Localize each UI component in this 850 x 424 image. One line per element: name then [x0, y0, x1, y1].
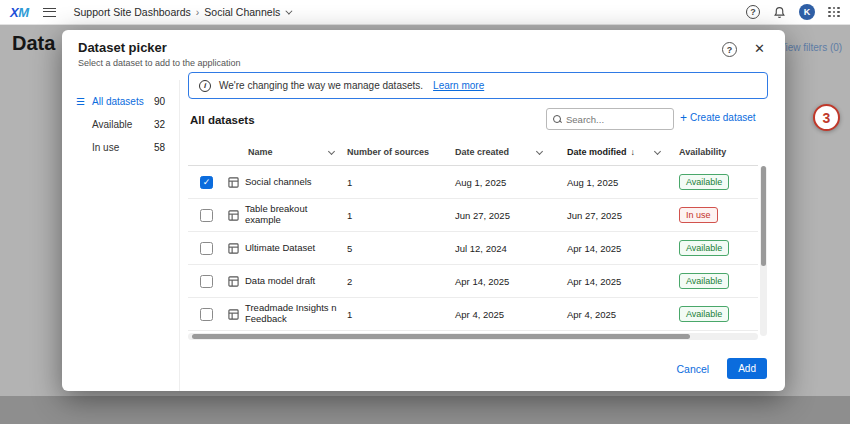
row-checkbox[interactable]: ✓	[200, 176, 213, 189]
user-avatar[interactable]: K	[799, 4, 815, 20]
sort-chevron-icon[interactable]	[654, 148, 661, 155]
dataset-icon	[228, 177, 239, 188]
table-body: ✓ Social channels 1 Aug 1, 2025 Aug 1, 2…	[188, 166, 758, 331]
page-content-dimmed	[0, 396, 850, 424]
notifications-bell-icon[interactable]	[773, 6, 786, 19]
modal-subtitle: Select a dataset to add to the applicati…	[78, 58, 241, 68]
row-checkbox[interactable]	[200, 275, 213, 288]
column-header-name[interactable]: Name	[228, 147, 340, 157]
sidebar-item-label: Available	[92, 119, 149, 130]
banner-text: We're changing the way we manage dataset…	[219, 80, 423, 91]
dataset-picker-modal: Dataset picker Select a dataset to add t…	[62, 30, 785, 391]
dataset-sources: 2	[340, 276, 450, 287]
app-window: XM Support Site Dashboards › Social Chan…	[0, 0, 850, 424]
sidebar-item[interactable]: ☰ All datasets 90	[62, 90, 179, 113]
section-title: All datasets	[190, 114, 255, 126]
cancel-button[interactable]: Cancel	[677, 363, 710, 375]
add-button[interactable]: Add	[727, 358, 767, 379]
xm-logo: XM	[10, 5, 29, 20]
dataset-icon	[228, 243, 239, 254]
dataset-date-modified: Apr 4, 2025	[562, 309, 674, 320]
sidebar-item[interactable]: In use 58	[62, 136, 179, 159]
sidebar-item-label: In use	[92, 142, 149, 153]
create-dataset-button[interactable]: + Create dataset	[680, 112, 756, 123]
learn-more-link[interactable]: Learn more	[433, 80, 484, 91]
info-icon: i	[199, 80, 211, 92]
breadcrumb-root[interactable]: Support Site Dashboards	[74, 6, 191, 18]
vertical-scrollbar[interactable]	[760, 166, 767, 336]
search-icon	[553, 115, 561, 123]
sort-chevron-icon[interactable]	[328, 148, 335, 155]
dataset-sources: 1	[340, 210, 450, 221]
dataset-icon	[228, 276, 239, 287]
table-row[interactable]: Ultimate Dataset 5 Jul 12, 2024 Apr 14, …	[188, 232, 758, 265]
row-checkbox[interactable]	[200, 242, 213, 255]
sidebar-item-count: 90	[154, 96, 165, 107]
status-badge: Available	[679, 174, 729, 190]
breadcrumb-current[interactable]: Social Channels	[204, 6, 280, 18]
status-badge: Available	[679, 306, 729, 322]
row-checkbox[interactable]	[200, 209, 213, 222]
column-header-availability[interactable]: Availability	[674, 147, 758, 157]
table-row[interactable]: ✓ Social channels 1 Aug 1, 2025 Aug 1, 2…	[188, 166, 758, 199]
hamburger-menu-icon[interactable]	[43, 8, 56, 17]
dataset-sources: 1	[340, 309, 450, 320]
dataset-name: Social channels	[245, 177, 312, 188]
column-header-modified[interactable]: Date modified ↓	[562, 147, 674, 157]
top-navigation-bar: XM Support Site Dashboards › Social Chan…	[0, 0, 850, 25]
annotation-marker: 3	[813, 104, 840, 131]
create-dataset-label: Create dataset	[690, 112, 756, 123]
help-icon[interactable]: ?	[746, 5, 760, 19]
horizontal-scrollbar-thumb[interactable]	[192, 334, 690, 339]
info-banner: i We're changing the way we manage datas…	[188, 72, 768, 99]
dataset-date-modified: Jun 27, 2025	[562, 210, 674, 221]
dataset-date-modified: Apr 14, 2025	[562, 276, 674, 287]
page-title: Data	[12, 32, 55, 55]
close-icon[interactable]: ✕	[754, 41, 765, 56]
dataset-name: Data model draft	[245, 276, 315, 287]
dataset-icon	[228, 309, 239, 320]
datasets-table: Name Number of sources Date created Date…	[188, 138, 758, 331]
dataset-date-modified: Apr 14, 2025	[562, 243, 674, 254]
table-row[interactable]: Data model draft 2 Apr 14, 2025 Apr 14, …	[188, 265, 758, 298]
dataset-name: Table breakout example	[245, 204, 340, 226]
modal-footer: Cancel Add	[677, 358, 767, 379]
chevron-down-icon[interactable]	[286, 7, 293, 14]
modal-sidebar: ☰ All datasets 90 Available 32 In use 58	[62, 80, 180, 391]
status-badge: Available	[679, 240, 729, 256]
dataset-date-created: Apr 14, 2025	[450, 276, 562, 287]
row-checkbox[interactable]	[200, 308, 213, 321]
dataset-icon	[228, 210, 239, 221]
dataset-date-created: Aug 1, 2025	[450, 177, 562, 188]
column-header-created[interactable]: Date created	[450, 147, 562, 157]
vertical-scrollbar-thumb[interactable]	[761, 166, 766, 266]
dataset-name: Treadmade Insights n Feedback	[245, 303, 340, 325]
dataset-date-created: Apr 4, 2025	[450, 309, 562, 320]
plus-icon: +	[680, 113, 687, 123]
column-header-sources[interactable]: Number of sources	[340, 147, 450, 157]
list-icon: ☰	[76, 96, 87, 107]
modal-help-icon[interactable]: ?	[722, 42, 737, 57]
app-grid-icon[interactable]	[828, 7, 840, 18]
dataset-sources: 5	[340, 243, 450, 254]
sidebar-item-count: 32	[154, 119, 165, 130]
search-input[interactable]	[566, 114, 667, 125]
status-badge: In use	[679, 207, 718, 223]
table-row[interactable]: Table breakout example 1 Jun 27, 2025 Ju…	[188, 199, 758, 232]
dataset-name: Ultimate Dataset	[245, 243, 315, 254]
view-filters-link[interactable]: View filters (0)	[779, 42, 842, 53]
sidebar-item-count: 58	[154, 142, 165, 153]
dataset-date-modified: Aug 1, 2025	[562, 177, 674, 188]
table-header-row: Name Number of sources Date created Date…	[188, 138, 758, 166]
status-badge: Available	[679, 273, 729, 289]
horizontal-scrollbar[interactable]	[188, 333, 758, 340]
breadcrumb-separator-icon: ›	[196, 6, 200, 18]
sidebar-item[interactable]: Available 32	[62, 113, 179, 136]
dataset-sources: 1	[340, 177, 450, 188]
table-row[interactable]: Treadmade Insights n Feedback 1 Apr 4, 2…	[188, 298, 758, 331]
sidebar-item-label: All datasets	[92, 96, 149, 107]
modal-title: Dataset picker	[78, 40, 167, 55]
search-box[interactable]	[546, 108, 674, 130]
dataset-date-created: Jul 12, 2024	[450, 243, 562, 254]
sort-chevron-icon[interactable]	[536, 148, 543, 155]
